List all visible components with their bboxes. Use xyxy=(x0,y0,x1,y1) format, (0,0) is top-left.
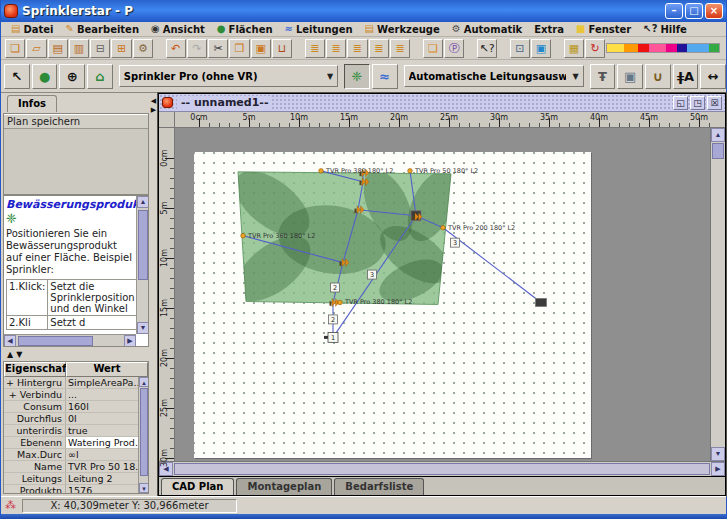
bring-to-front-button[interactable]: ❏ xyxy=(423,39,443,58)
print-preview-button[interactable]: ⊞ xyxy=(111,39,131,58)
collapse-down-icon[interactable]: ▼ xyxy=(16,350,22,359)
screen-view-button[interactable]: ⊡ xyxy=(510,39,530,58)
collapse-left-icon[interactable]: ◀ xyxy=(151,97,156,105)
context-help-button[interactable]: ↖? xyxy=(477,39,497,58)
property-value[interactable]: TVR Pro 50 18... xyxy=(66,461,148,472)
trench-tool-button[interactable]: ∪ xyxy=(645,64,671,89)
property-row[interactable]: Produktn1576 xyxy=(4,485,148,494)
menu-automatik[interactable]: ⚙Automatik xyxy=(446,22,529,36)
sprinkler-dot[interactable] xyxy=(338,300,343,305)
doc-minimize-button[interactable]: ◱ xyxy=(673,96,688,110)
pipe-number-badge[interactable]: 2 xyxy=(331,283,340,292)
property-value[interactable]: true xyxy=(66,425,148,436)
scrollbar-thumb[interactable] xyxy=(140,388,148,476)
scroll-down-icon[interactable]: ▼ xyxy=(139,483,149,493)
scrollbar-thumb[interactable] xyxy=(138,210,148,280)
copy-button[interactable]: ❐ xyxy=(229,39,249,58)
scroll-right-icon[interactable]: ▶ xyxy=(711,462,725,476)
property-value[interactable]: 0l xyxy=(66,413,148,424)
color-swatch[interactable] xyxy=(677,44,687,52)
color-swatch[interactable] xyxy=(638,44,649,52)
property-scrollbar[interactable]: ▲ ▼ xyxy=(138,377,148,493)
scroll-down-icon[interactable]: ▼ xyxy=(711,447,725,461)
property-row[interactable]: Max.Durc∞l xyxy=(4,449,148,461)
scrollbar-thumb[interactable] xyxy=(174,463,710,475)
property-row[interactable]: Consum160l xyxy=(4,401,148,413)
arrange-backward-button[interactable]: ≣ xyxy=(326,39,346,58)
pipe-tool-button[interactable]: ≈ xyxy=(372,64,398,89)
property-row[interactable]: NameTVR Pro 50 18... xyxy=(4,461,148,473)
zoom-tool-button[interactable]: ⊕ xyxy=(59,64,85,89)
canvas-horizontal-scrollbar[interactable]: ◀ ▶ xyxy=(159,461,725,476)
scroll-down-icon[interactable]: ▼ xyxy=(137,322,149,334)
arrange-to-back-button[interactable]: ≣ xyxy=(305,39,325,58)
doc-close-button[interactable]: ☒ xyxy=(707,96,722,110)
print-button[interactable]: ⊟ xyxy=(90,39,110,58)
save-all-button[interactable]: ▥ xyxy=(69,39,89,58)
undo-button[interactable]: ↶ xyxy=(166,39,186,58)
list-item-plan-speichern[interactable]: Plan speichern xyxy=(4,114,148,129)
sprinkler-dot[interactable] xyxy=(408,169,413,174)
menu-flaechen[interactable]: ●Flächen xyxy=(211,22,279,36)
property-value[interactable]: ∞l xyxy=(66,449,148,460)
close-button[interactable]: × xyxy=(705,3,723,19)
sidebar-splitter[interactable]: ◀ ▶ xyxy=(149,93,158,496)
doc-tab-montageplan[interactable]: Montageplan xyxy=(236,478,332,495)
rotate-button[interactable]: ↻ xyxy=(585,39,605,58)
paste-button[interactable]: ▣ xyxy=(251,39,271,58)
maximize-button[interactable]: □ xyxy=(685,3,703,19)
scroll-up-icon[interactable]: ▲ xyxy=(139,377,149,387)
open-button[interactable]: ▱ xyxy=(26,39,46,58)
menu-datei[interactable]: ▤Datei xyxy=(5,22,60,36)
pipe-number-badge[interactable]: 3 xyxy=(368,270,377,279)
property-value[interactable]: 160l xyxy=(66,401,148,412)
property-row[interactable]: + HintergruSimpleAreaPa... xyxy=(4,377,148,389)
sprinkler-body-tool-button[interactable]: ▣ xyxy=(617,64,643,89)
canvas-vertical-scrollbar[interactable]: ▲ ▼ xyxy=(710,128,725,461)
properties-button[interactable]: Ⓟ xyxy=(444,39,464,58)
document-titlebar[interactable]: -- unnamed1-- ◱ ◳ ☒ xyxy=(159,94,725,112)
column-header-eigenschaft[interactable]: Eigenschaft xyxy=(4,362,66,377)
area-tool-button[interactable]: ⌂ xyxy=(87,64,113,89)
menu-extra[interactable]: Extra xyxy=(528,22,570,36)
color-swatch[interactable] xyxy=(624,44,639,52)
connection-node[interactable] xyxy=(536,298,547,306)
property-row[interactable]: LeitungsLeitung 2 xyxy=(4,473,148,485)
color-swatch[interactable] xyxy=(687,44,710,52)
scrollbar-thumb[interactable] xyxy=(18,336,93,346)
color-swatch[interactable] xyxy=(607,44,623,52)
cad-canvas[interactable]: TVR Pro 380 180° L2TVR Pro 50 180° L2TVR… xyxy=(175,128,710,461)
property-row[interactable]: unterirdistrue xyxy=(4,425,148,437)
titlebar[interactable]: Sprinklerstar - P – □ × xyxy=(1,0,726,22)
label-tool-button[interactable]: ǂA xyxy=(673,64,699,89)
scroll-right-icon[interactable]: ▶ xyxy=(124,335,136,347)
column-header-wert[interactable]: Wert xyxy=(66,362,148,377)
color-swatch[interactable] xyxy=(666,44,677,52)
menu-werkzeuge[interactable]: ▤Werkzeuge xyxy=(359,22,446,36)
sprinkler-dot[interactable] xyxy=(441,225,446,230)
zoom-selection-button[interactable]: ▣ xyxy=(531,39,551,58)
menu-bearbeiten[interactable]: ✎Bearbeiten xyxy=(60,22,146,36)
select-tool-button[interactable]: ↖ xyxy=(4,64,30,89)
doc-restore-button[interactable]: ◳ xyxy=(690,96,705,110)
property-value[interactable]: 1576 xyxy=(66,485,148,494)
place-sprinkler-tool-button[interactable]: ❈ xyxy=(344,64,370,89)
water-source-node[interactable]: 1 xyxy=(324,332,338,342)
save-button[interactable]: ▤ xyxy=(48,39,68,58)
menu-fenster[interactable]: ■Fenster xyxy=(570,22,637,36)
info-horizontal-scrollbar[interactable]: ◀ ▶ xyxy=(4,334,136,346)
sprinkler-dot[interactable] xyxy=(241,233,246,238)
color-swatch[interactable] xyxy=(649,44,665,52)
color-palette-bar[interactable] xyxy=(606,43,720,53)
cut-button[interactable]: ✂ xyxy=(208,39,228,58)
property-value[interactable]: SimpleAreaPa... xyxy=(66,377,148,388)
scrollbar-thumb[interactable] xyxy=(712,143,724,159)
new-document-button[interactable]: ❏ xyxy=(5,39,25,58)
pipe-mode-select[interactable]: Automatische Leitungsauswahl▼ xyxy=(404,65,584,87)
doc-tab-cad-plan[interactable]: CAD Plan xyxy=(161,478,234,495)
sprinkler-dot[interactable] xyxy=(319,169,324,174)
pipe-number-badge[interactable]: 2 xyxy=(329,315,338,324)
menu-ansicht[interactable]: ◉Ansicht xyxy=(145,22,211,36)
collapse-up-icon[interactable]: ▲ xyxy=(7,350,13,359)
redo-button[interactable]: ↷ xyxy=(187,39,207,58)
